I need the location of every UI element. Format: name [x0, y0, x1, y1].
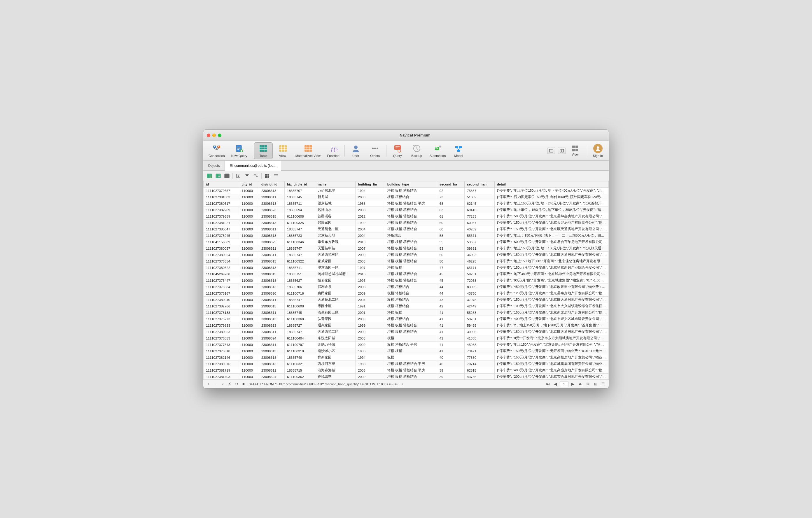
- page-form-btn[interactable]: ☰: [600, 381, 606, 387]
- sort-btn[interactable]: [252, 172, 260, 180]
- toolbar-query[interactable]: Query: [388, 142, 407, 159]
- col-header-biz-circle-id[interactable]: biz_circle_id: [285, 181, 315, 188]
- table-row[interactable]: 11110273803171100002300861318335711望京新城1…: [204, 200, 609, 207]
- maximize-button[interactable]: [218, 134, 221, 137]
- col-header-name[interactable]: name: [315, 181, 355, 188]
- col-header-district-id[interactable]: district_id: [259, 181, 285, 188]
- table-cell: 40: [437, 361, 464, 367]
- col-header-detail[interactable]: detail: [494, 181, 608, 188]
- page-first-btn[interactable]: ⏮: [545, 381, 551, 387]
- table-row[interactable]: 11110273810031100002300861118335745新龙城20…: [204, 194, 609, 200]
- minimize-button[interactable]: [212, 134, 216, 137]
- toolbar-view[interactable]: View: [273, 142, 292, 159]
- status-save-btn[interactable]: ✓: [220, 381, 226, 387]
- page-last-btn[interactable]: ⏭: [577, 381, 584, 387]
- table-row[interactable]: 111102738102111000023008613611100325兴隆家园…: [204, 220, 609, 226]
- col-header-city-id[interactable]: city_id: [239, 181, 259, 188]
- table-cell: {"停车费": "150元/月/位","开发商": "北京城建集团有限责任公司"…: [494, 361, 608, 367]
- window-single-view[interactable]: [547, 148, 555, 154]
- col-header-second-ha[interactable]: second_ha: [437, 181, 464, 188]
- status-del-btn[interactable]: −: [213, 381, 219, 387]
- status-refresh-btn[interactable]: ↺: [234, 381, 239, 387]
- table-row[interactable]: 11110273800531100002300861118335747天通西苑二…: [204, 329, 609, 335]
- page-grid-btn[interactable]: ⊞: [592, 381, 599, 387]
- status-stop-btn[interactable]: ■: [241, 381, 246, 387]
- table-row[interactable]: 11110273800541100002300861118335747天通西苑三…: [204, 252, 609, 258]
- table-row[interactable]: 111104115688911000023008625611100346华业东方…: [204, 239, 609, 245]
- open-table-btn[interactable]: [206, 172, 213, 180]
- table-row[interactable]: 11110273759451100002300861318335723北京新天地…: [204, 232, 609, 239]
- table-cell: {"停车费": "150元/月/位","开发商": "北京顺天通房地产开发有限公…: [494, 329, 608, 335]
- toolbar-automation[interactable]: Automation: [427, 142, 449, 159]
- toolbar-backup[interactable]: Backup: [407, 142, 426, 159]
- table-row[interactable]: 111102738057611000023008613611100321西坝河东…: [204, 361, 609, 367]
- table-row[interactable]: 11110273800571100002300861118335747天通苑中苑…: [204, 245, 609, 252]
- table-cell: 18335706: [285, 284, 315, 290]
- status-discard-btn[interactable]: ✗: [227, 381, 232, 387]
- table-row[interactable]: 11110273821461100002300861818335746育新家园1…: [204, 354, 609, 361]
- toolbar-new-query[interactable]: New Query: [228, 142, 250, 159]
- col-header-building-fin[interactable]: building_fin: [355, 181, 385, 188]
- page-input[interactable]: [560, 381, 569, 387]
- toolbar-table[interactable]: Table: [254, 142, 273, 159]
- table-row[interactable]: 11110273781381100002300861118335745流星花园三…: [204, 310, 609, 316]
- table-row[interactable]: 111102738276611000023008615611100608枣园小区…: [204, 303, 609, 310]
- tab-communities[interactable]: ⊞ communities@public (loc...: [225, 161, 282, 171]
- table-row[interactable]: 11110273817191100002300861118335715沿海赛洛城…: [204, 367, 609, 374]
- table-row[interactable]: 11110273803221100002300861318335711望京西园一…: [204, 264, 609, 271]
- svg-rect-25: [304, 145, 312, 152]
- status-add-btn[interactable]: +: [206, 381, 211, 387]
- toolbar-sep-1: [252, 145, 252, 156]
- table-row[interactable]: 11110273759841100002300861318335706保利金泉2…: [204, 284, 609, 290]
- table-row[interactable]: 111102737861811000023008613611100318南沙滩小…: [204, 348, 609, 354]
- table-row[interactable]: 111102737968911000023008615611100608首邑溪谷…: [204, 213, 609, 220]
- col-header-building-type[interactable]: building_type: [385, 181, 437, 188]
- close-button[interactable]: [207, 134, 210, 137]
- svg-rect-55: [576, 146, 578, 148]
- design-table-btn[interactable]: [214, 172, 222, 180]
- grid-view-btn[interactable]: [263, 172, 271, 180]
- table-row[interactable]: 11110273800471100002300861118335747天通苑北一…: [204, 226, 609, 232]
- table-cell: 23008613: [259, 316, 285, 322]
- table-row[interactable]: 11110273798331100002300861318335727通惠家园1…: [204, 322, 609, 329]
- toolbar-function[interactable]: ƒ(x) Function: [324, 142, 343, 159]
- page-settings-btn[interactable]: ⚙: [585, 381, 591, 387]
- toolbar-others[interactable]: Others: [366, 142, 384, 159]
- col-header-id[interactable]: id: [204, 181, 239, 188]
- form-view-btn[interactable]: [272, 172, 280, 180]
- table-row[interactable]: 11110273822091100002300862318335694远洋山水2…: [204, 207, 609, 213]
- table-container[interactable]: id city_id district_id biz_circle_id nam…: [203, 181, 609, 379]
- toolbar-materialized-view[interactable]: Materialized View: [293, 142, 323, 159]
- new-table-btn[interactable]: [223, 172, 231, 180]
- filter-btn[interactable]: [243, 172, 251, 180]
- toolbar-connection[interactable]: Connection: [206, 142, 228, 159]
- table-cell: 41: [437, 329, 464, 335]
- table-cell: 41: [437, 348, 464, 354]
- table-cell: 23008625: [259, 239, 285, 245]
- table-row[interactable]: 111102737516711000023008620611100716惠民家园…: [204, 290, 609, 297]
- svg-rect-51: [550, 149, 553, 152]
- toolbar-model[interactable]: Model: [449, 142, 468, 159]
- page-next-btn[interactable]: ▶: [570, 381, 576, 387]
- page-prev-btn[interactable]: ◀: [552, 381, 558, 387]
- table-row[interactable]: 111102737685311000023008624611100404东悦太阳…: [204, 335, 609, 342]
- export-btn[interactable]: [234, 172, 242, 180]
- table-row[interactable]: 11110273800401100002300861118335747天通苑北二…: [204, 297, 609, 303]
- table-row[interactable]: 11110273764471100002300861818335627城乡家园1…: [204, 277, 609, 284]
- table-row[interactable]: 111102737754311000023008611611100797金隅万科…: [204, 342, 609, 348]
- view-button[interactable]: View: [568, 142, 582, 159]
- toolbar-user[interactable]: User: [347, 142, 365, 159]
- tab-objects[interactable]: Objects: [203, 161, 225, 170]
- table-row[interactable]: 11110452692681100002300861518335751鸿坤理想城…: [204, 271, 609, 277]
- traffic-lights: [207, 134, 221, 137]
- table-cell: 新龙城: [315, 194, 355, 200]
- table-row[interactable]: 111102737635411000023008613611100322豪威家园…: [204, 258, 609, 264]
- window-split-view[interactable]: [558, 148, 566, 154]
- table-row[interactable]: 111102737527311000023008613611100368弘善家园…: [204, 316, 609, 322]
- signin-button[interactable]: Sign In: [589, 142, 606, 159]
- table-cell: 23008611: [259, 297, 285, 303]
- table-cell: {"停车费": "200元/月/位","开发商": "北京市合展房地产开发有限公…: [494, 374, 608, 380]
- col-header-second-han[interactable]: second_han: [465, 181, 495, 188]
- table-row[interactable]: 11110273796571100002300861318335707万药居北里…: [204, 188, 609, 194]
- table-row[interactable]: 111102738140311000023008624611100362香悦四季…: [204, 374, 609, 380]
